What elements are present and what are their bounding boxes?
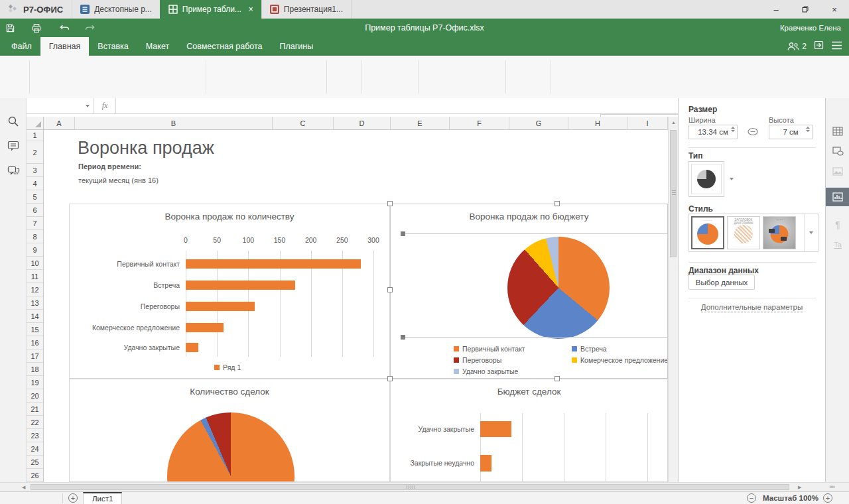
add-sheet-button[interactable]: + (68, 493, 78, 503)
close-button[interactable]: × (820, 0, 849, 19)
scroll-up-icon[interactable]: ▲ (671, 120, 676, 125)
document-tab-1[interactable]: Десктопные р... (72, 0, 161, 19)
row-header-7[interactable]: 7 (27, 217, 43, 230)
row-header-25[interactable]: 25 (27, 456, 43, 469)
collaborators-button[interactable]: 2 (787, 42, 807, 51)
ribbon-tab-вставка[interactable]: Вставка (89, 37, 137, 56)
advanced-settings-link[interactable]: Дополнительные параметры (679, 303, 825, 311)
row-header-2[interactable]: 2 (27, 141, 43, 164)
row-header-11[interactable]: 11 (27, 270, 43, 283)
save-button[interactable] (0, 20, 20, 36)
name-box[interactable] (27, 98, 94, 113)
maximize-button[interactable] (791, 0, 820, 19)
insert-function-button[interactable]: fx (94, 98, 116, 113)
formula-input[interactable] (116, 98, 678, 113)
pie-chart[interactable] (167, 412, 294, 482)
collapse-panel-icon[interactable]: »» (829, 483, 834, 490)
row-header-16[interactable]: 16 (27, 336, 43, 349)
row-header-26[interactable]: 26 (27, 469, 43, 482)
document-tab-2[interactable]: Пример табли...× (160, 0, 262, 19)
pie-chart[interactable] (507, 237, 610, 339)
row-header-8[interactable]: 8 (27, 230, 43, 243)
row-header-21[interactable]: 21 (27, 403, 43, 416)
zoom-in-button[interactable]: + (823, 493, 832, 503)
ribbon-tab-главная[interactable]: Главная (40, 37, 90, 56)
column-header-G[interactable]: G (509, 117, 568, 129)
zoom-out-button[interactable]: − (747, 493, 756, 503)
column-header-F[interactable]: F (450, 117, 509, 129)
chart-settings-icon-active[interactable] (826, 188, 849, 206)
column-header-D[interactable]: D (334, 117, 391, 129)
document-tab-3[interactable]: Презентация1... (261, 0, 352, 19)
vertical-scrollbar[interactable]: ▲ (668, 117, 678, 482)
row-header-24[interactable]: 24 (27, 442, 43, 456)
chart-style-2[interactable]: ЗАГОЛОВОК ДИАГРАММЫ (727, 216, 760, 249)
selection-handle-mid-left[interactable] (387, 287, 393, 292)
chart-style-gallery-expand[interactable] (804, 214, 818, 251)
row-header-23[interactable]: 23 (27, 429, 43, 442)
horizontal-scrollbar[interactable]: ◀ ▶ »» (0, 482, 849, 491)
height-spinner[interactable] (806, 127, 810, 132)
chart-deal-budget[interactable]: Бюджет сделок Удачно закрытыеЗакрытые не… (390, 379, 668, 482)
row-header-19[interactable]: 19 (27, 376, 43, 389)
ribbon-tab-файл[interactable]: Файл (3, 37, 40, 56)
hamburger-menu-icon[interactable] (831, 40, 842, 52)
ribbon-tab-плагины[interactable]: Плагины (271, 37, 322, 56)
scroll-left-icon[interactable]: ◀ (22, 485, 25, 489)
column-header-B[interactable]: B (75, 117, 273, 129)
name-box-dropdown-icon[interactable] (86, 105, 90, 107)
tab-close-icon[interactable]: × (249, 5, 253, 14)
row-header-5[interactable]: 5 (27, 190, 43, 204)
chart-sales-funnel-by-budget[interactable]: Воронка продаж по бюджету Первичный конт… (390, 204, 668, 379)
plot-area-handle-top-left[interactable] (401, 231, 405, 236)
row-header-17[interactable]: 17 (27, 349, 43, 363)
open-file-location-button[interactable] (813, 40, 824, 53)
row-header-14[interactable]: 14 (27, 310, 43, 323)
width-input[interactable]: 13.34 см (688, 125, 738, 139)
chat-icon[interactable] (7, 166, 19, 178)
comments-icon[interactable] (7, 141, 19, 153)
selection-handle-top-center[interactable] (555, 201, 560, 206)
column-header-I[interactable]: I (627, 117, 668, 129)
vertical-scroll-thumb[interactable] (670, 130, 677, 257)
redo-button[interactable] (80, 20, 99, 36)
selection-handle-bottom-center[interactable] (555, 376, 560, 381)
chart-deal-count[interactable]: Количество сделок (69, 379, 390, 482)
select-data-button[interactable]: Выбор данных (688, 275, 755, 290)
row-header-1[interactable]: 1 (27, 130, 43, 141)
row-header-12[interactable]: 12 (27, 283, 43, 296)
chart-type-selector[interactable] (688, 161, 724, 197)
selection-handle-bottom-left[interactable] (387, 376, 393, 381)
select-all-corner[interactable] (27, 117, 44, 129)
column-header-H[interactable]: H (568, 117, 627, 129)
chart-sales-funnel-by-count[interactable]: Воронка продаж по количеству 05010015020… (69, 204, 390, 379)
row-header-13[interactable]: 13 (27, 296, 43, 310)
scroll-right-icon[interactable]: ▶ (798, 485, 801, 489)
table-settings-icon[interactable] (832, 125, 844, 137)
column-header-C[interactable]: C (273, 117, 334, 129)
print-button[interactable] (27, 20, 46, 36)
row-header-20[interactable]: 20 (27, 389, 43, 403)
sheet-tab-list1[interactable]: Лист1 (83, 492, 122, 504)
chart-type-dropdown-icon[interactable] (730, 178, 734, 180)
shape-settings-icon[interactable] (832, 145, 844, 157)
column-header-A[interactable]: A (44, 117, 75, 129)
row-header-22[interactable]: 22 (27, 416, 43, 429)
chart-style-1-selected[interactable]: - - - - - (691, 216, 724, 249)
width-spinner[interactable] (731, 127, 735, 132)
row-header-15[interactable]: 15 (27, 323, 43, 336)
ribbon-tab-совместная работа[interactable]: Совместная работа (178, 37, 271, 56)
height-input[interactable]: 7 см (769, 125, 813, 139)
minimize-button[interactable]: – (761, 0, 791, 19)
selection-handle-top-left[interactable] (387, 201, 393, 206)
row-header-10[interactable]: 10 (27, 257, 43, 270)
horizontal-scroll-thumb[interactable] (31, 484, 789, 490)
row-header-6[interactable]: 6 (27, 204, 43, 217)
row-header-3[interactable]: 3 (27, 164, 43, 177)
row-header-4[interactable]: 4 (27, 177, 43, 190)
plot-area-handle-bottom-left[interactable] (401, 335, 405, 340)
undo-button[interactable] (54, 20, 74, 36)
row-header-9[interactable]: 9 (27, 243, 43, 257)
column-header-E[interactable]: E (391, 117, 450, 129)
ribbon-tab-макет[interactable]: Макет (137, 37, 178, 56)
